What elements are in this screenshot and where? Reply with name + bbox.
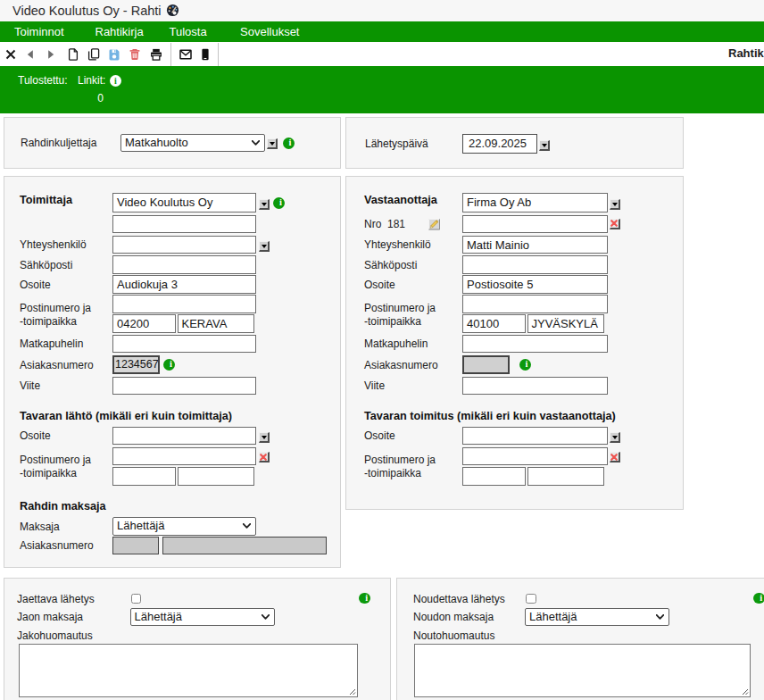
svg-text:i: i [114,76,117,86]
